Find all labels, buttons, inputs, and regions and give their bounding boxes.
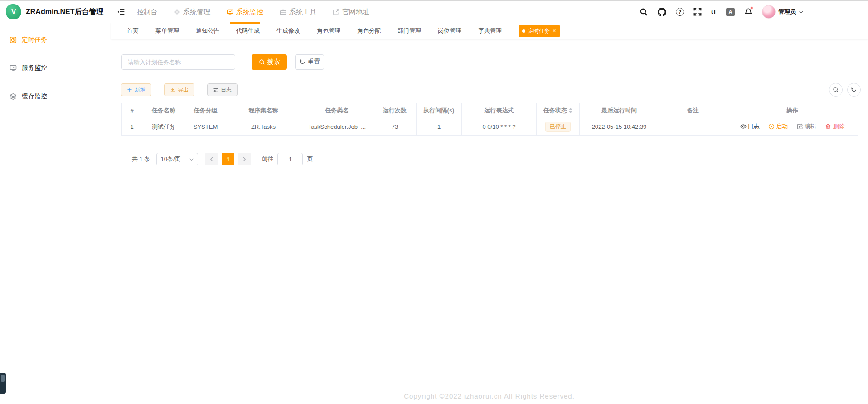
export-button-label: 导出 [178, 86, 189, 94]
font-size-icon[interactable]: tT [711, 8, 717, 15]
add-button[interactable]: 新增 [121, 83, 151, 96]
nav-item-console[interactable]: 控制台 [137, 1, 157, 23]
sort-icon[interactable] [569, 108, 572, 113]
log-button-label: 日志 [221, 86, 232, 94]
gear-icon [174, 9, 180, 15]
play-circle-icon [768, 123, 775, 130]
tag-scheduled-tasks-active[interactable]: 定时任务 × [519, 25, 560, 37]
row-log-link[interactable]: 日志 [740, 122, 760, 131]
cell-status: 已停止 [537, 118, 580, 136]
header-remark: 备注 [659, 103, 727, 118]
cell-job-class: TaskScheduler.Job_... [301, 118, 373, 136]
plus-icon [127, 87, 132, 92]
top-navigation: 控制台 系统管理 系统监控 [137, 1, 369, 23]
log-button[interactable]: 日志 [207, 83, 238, 96]
briefcase-icon [280, 9, 286, 15]
translate-icon[interactable]: A [726, 8, 735, 16]
tag-code-generation[interactable]: 代码生成 [236, 27, 260, 35]
sidebar-item-scheduled-tasks[interactable]: 定时任务 [0, 29, 110, 51]
help-icon[interactable]: ? [676, 8, 684, 16]
row-log-label: 日志 [748, 122, 760, 131]
tag-home[interactable]: 首页 [127, 27, 139, 35]
task-name-input[interactable] [121, 54, 235, 70]
layers-icon [10, 93, 17, 100]
add-button-label: 新增 [135, 86, 145, 94]
notification-badge [750, 6, 753, 10]
next-page-button[interactable] [238, 153, 251, 165]
page-unit-label: 页 [307, 155, 313, 163]
cell-remark [659, 118, 727, 136]
prev-page-button[interactable] [205, 153, 218, 165]
cell-assembly: ZR.Tasks [226, 118, 301, 136]
table-row: 1 测试任务 SYSTEM ZR.Tasks TaskScheduler.Job… [122, 118, 858, 136]
download-icon [170, 87, 175, 92]
tag-generation-edit[interactable]: 生成修改 [276, 27, 300, 35]
avatar[interactable] [762, 5, 776, 19]
close-icon[interactable]: × [553, 29, 556, 33]
header-task-group: 任务分组 [185, 103, 226, 118]
sidebar-item-label: 缓存监控 [22, 92, 47, 101]
top-bar: V ZRAdmin.NET后台管理 控制台 系统管理 [0, 1, 868, 23]
tag-role-assignment[interactable]: 角色分配 [357, 27, 381, 35]
row-delete-link[interactable]: 删除 [825, 122, 844, 131]
tag-post-management[interactable]: 岗位管理 [438, 27, 461, 35]
sidebar-item-label: 定时任务 [22, 36, 47, 44]
tag-menu-management[interactable]: 菜单管理 [155, 27, 179, 35]
search-button[interactable]: 搜索 [252, 54, 287, 70]
tag-dictionary-management[interactable]: 字典管理 [478, 27, 502, 35]
row-edit-link[interactable]: 编辑 [797, 122, 816, 131]
app-logo: V [6, 4, 21, 19]
external-link-icon [333, 9, 339, 15]
sidebar-item-cache-monitor[interactable]: 缓存监控 [0, 85, 110, 108]
chevron-left-icon [209, 156, 214, 162]
header-assembly: 程序集名称 [226, 103, 301, 118]
refresh-table-button[interactable] [847, 83, 861, 97]
row-start-link[interactable]: 启动 [768, 122, 788, 131]
tasks-table: # 任务名称 任务分组 程序集名称 任务类名 运行次数 执行间隔(s) 运行表达… [121, 103, 858, 136]
row-delete-label: 删除 [833, 122, 844, 131]
nav-item-website[interactable]: 官网地址 [333, 1, 369, 23]
nav-item-monitor[interactable]: 系统监控 [227, 1, 263, 23]
chevron-down-icon [189, 157, 194, 162]
toggle-search-button[interactable] [829, 83, 843, 97]
active-tag-dot [522, 29, 525, 33]
search-icon[interactable] [640, 8, 648, 16]
github-icon[interactable] [658, 8, 666, 16]
header-status: 任务状态 [537, 103, 580, 118]
tags-view-bar: 首页 菜单管理 通知公告 代码生成 生成修改 角色管理 角色分配 部门管理 岗位… [111, 23, 868, 39]
app-title: ZRAdmin.NET后台管理 [26, 7, 104, 17]
search-button-label: 搜索 [267, 58, 280, 66]
reset-button[interactable]: 重置 [295, 54, 324, 70]
page-size-select[interactable]: 10条/页 [156, 153, 198, 165]
tag-department-management[interactable]: 部门管理 [398, 27, 421, 35]
nav-monitor-label: 系统监控 [236, 8, 263, 16]
main-content: 搜索 重置 新增 导出 日志 # 任务名称 任务分组 程序集名 [111, 39, 868, 404]
page-number-1[interactable]: 1 [222, 153, 234, 165]
nav-item-tools[interactable]: 系统工具 [280, 1, 316, 23]
settings-drawer-handle-inner [1, 375, 5, 382]
server-monitor-icon [10, 64, 17, 72]
header-interval: 执行间隔(s) [417, 103, 462, 118]
user-menu[interactable]: 管理员 [762, 5, 804, 19]
nav-item-system[interactable]: 系统管理 [174, 1, 210, 23]
trash-icon [825, 123, 831, 130]
notification-bell-icon[interactable] [744, 8, 752, 16]
timer-icon [10, 36, 17, 44]
export-button[interactable]: 导出 [164, 83, 194, 96]
reset-button-label: 重置 [308, 58, 320, 66]
fullscreen-icon[interactable] [693, 8, 702, 16]
tag-notice[interactable]: 通知公告 [196, 27, 219, 35]
row-edit-label: 编辑 [805, 122, 816, 131]
goto-label: 前往 [262, 155, 273, 163]
sidebar-item-service-monitor[interactable]: 服务监控 [0, 57, 110, 79]
sidebar: 定时任务 服务监控 缓存监控 [0, 23, 110, 404]
tag-role-management[interactable]: 角色管理 [317, 27, 340, 35]
nav-website-label: 官网地址 [342, 8, 369, 16]
header-run-count: 运行次数 [373, 103, 417, 118]
sidebar-collapse-icon[interactable] [117, 8, 125, 16]
search-small-icon [259, 59, 265, 65]
copyright-text: Copyright ©2022 izhaorui.cn All Rights R… [404, 392, 575, 400]
nav-console-label: 控制台 [137, 8, 157, 16]
goto-page-input[interactable] [277, 153, 303, 165]
settings-drawer-handle[interactable] [0, 373, 6, 394]
